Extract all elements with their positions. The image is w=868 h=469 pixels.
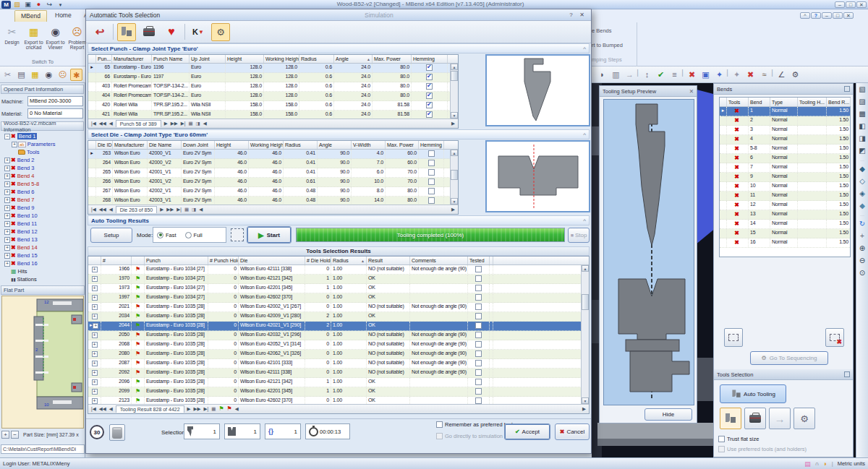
column-header-tested[interactable]: Tested [468, 257, 490, 264]
remove-tool-icon[interactable]: ✖ [686, 69, 698, 81]
remember-tools-checkbox[interactable] [436, 421, 443, 428]
expand-icon[interactable]: + [92, 389, 98, 395]
table-row[interactable]: 404Rolleri PromecamTOP.SP-134-2...Euro12… [88, 92, 458, 101]
sequence-settings-icon[interactable]: ⚙ [789, 69, 801, 81]
column-header-down-joint[interactable]: Down Joint [182, 141, 215, 149]
nav-next-button[interactable]: ▶ [158, 207, 165, 212]
table-row[interactable]: ✖15Normal1.50 [720, 229, 850, 238]
holders-selection-box[interactable]: {} 1 [265, 423, 301, 439]
column-header-radius[interactable]: Radius [299, 55, 334, 63]
mode-full-label[interactable]: Full [194, 232, 203, 238]
cut-icon[interactable]: ✂ [1, 69, 14, 81]
table-row[interactable]: ✖11Normal1.50 [720, 192, 850, 201]
column-header-pun[interactable]: Pun... [96, 55, 112, 63]
tooling-window-button[interactable] [724, 328, 743, 347]
table-row[interactable]: ✖10Normal1.50 [720, 182, 850, 192]
tested-checkbox[interactable] [475, 388, 482, 395]
table-row[interactable]: +2087⚑Eurostamp - Euro 1035 [28]0Wilson … [88, 359, 589, 369]
red-x-icon[interactable]: ✖ [734, 126, 739, 133]
tested-checkbox[interactable] [475, 360, 482, 366]
setup-button[interactable]: Setup [90, 228, 132, 243]
preview-panel-header[interactable]: Tooling Setup Preview ✕ [600, 86, 697, 97]
tested-checkbox[interactable] [475, 294, 482, 301]
tree-expand-icon[interactable]: + [4, 245, 10, 251]
column-header-punch[interactable]: Punch [145, 257, 208, 264]
table-row[interactable]: 265Wilson Euro42001_V1Euro 2V Sym46.046.… [88, 168, 458, 178]
tested-checkbox[interactable] [475, 313, 482, 319]
tree-item-bend-13[interactable]: +✖Bend 13 [3, 236, 85, 244]
tested-checkbox[interactable] [475, 332, 482, 338]
ribbon-item-bumping-steps[interactable]: mping Steps [592, 56, 637, 63]
record-icon[interactable]: ● [34, 1, 43, 9]
zoom-in-part-button[interactable]: + [1, 431, 9, 439]
hscroll-left[interactable]: ◀ [197, 207, 204, 212]
zoom-out-part-button[interactable]: − [11, 431, 19, 439]
table-row[interactable]: +1966⚑Eurostamp - Euro 1034 [27]0Wilson … [88, 265, 589, 275]
punch-selection-box[interactable]: 1 [184, 423, 220, 439]
tree-item-bend-3[interactable]: +✖Bend 3 [3, 164, 85, 172]
open-folder-icon[interactable]: ▨ [12, 1, 22, 9]
column-header-v-width[interactable]: V-Width [352, 141, 386, 149]
column-header-hemming[interactable]: Hemming [412, 55, 448, 63]
table-row[interactable]: +2092⚑Eurostamp - Euro 1035 [28]0Wilson … [88, 369, 589, 378]
column-header-type[interactable]: Type [770, 98, 798, 106]
print-icon[interactable]: ▤ [804, 460, 811, 468]
table-row[interactable]: +2021⚑Eurostamp - Euro 1035 [28]0Wilson … [88, 303, 589, 312]
tooling-dialog-icon[interactable]: ✱ [70, 69, 82, 81]
column-header-height[interactable]: Height [215, 141, 249, 149]
red-x-icon[interactable]: ✖ [734, 239, 739, 246]
iso-view-2-icon[interactable]: ◇ [858, 176, 867, 186]
toolbox-button[interactable] [140, 23, 158, 41]
nav-prev-page-button[interactable]: ◀◀ [98, 121, 108, 126]
tree-item-tools[interactable]: Tools [3, 148, 85, 156]
punch-section-header[interactable]: Select Punch - Clamp Joint Type 'Euro'^ [88, 43, 590, 53]
table-row[interactable]: +2099⚑Eurostamp - Euro 1035 [28]0Wilson … [88, 387, 589, 397]
flat-part-preview[interactable]: 12 10 2 [1, 296, 84, 429]
table-row[interactable]: ✖9Normal1.50 [720, 173, 850, 182]
table-row[interactable]: +1997⚑Eurostamp - Euro 1034 [27]0Wilson … [88, 293, 589, 303]
tree-expand-icon[interactable]: + [4, 189, 10, 195]
die-section-header[interactable]: Select Die - Clamp Joint Type 'Euro 60mm… [88, 129, 590, 139]
pin-icon[interactable] [844, 86, 850, 92]
table-row[interactable]: ✖2Normal1.50 [720, 116, 850, 126]
favorites-button[interactable]: ♥ [162, 23, 181, 41]
table-row[interactable]: 420Rolleri WilaTPR.SP.195.2...Wila NSII1… [88, 101, 458, 111]
move-tool-icon[interactable]: ✦ [713, 69, 726, 81]
column-header-up-joint[interactable]: Up Joint [190, 55, 226, 63]
column-header-col[interactable]: # [101, 257, 132, 264]
red-x-icon[interactable]: ✖ [734, 117, 739, 124]
table-row[interactable]: ✖13Normal1.50 [720, 210, 850, 220]
cube-back-icon[interactable]: ▨ [858, 97, 867, 106]
nav-prev-page-button[interactable]: ◀◀ [98, 406, 108, 412]
viewer-icon[interactable]: ◉ [43, 69, 55, 81]
collapse-chevron-icon[interactable]: ^ [583, 132, 586, 138]
nav-next-page-button[interactable]: ▶▶ [192, 406, 203, 412]
tree-item-bend-2[interactable]: +✖Bend 2 [3, 156, 85, 164]
dialog-close-button[interactable]: ✕ [576, 11, 587, 19]
mdi-restore-button[interactable]: □ [833, 12, 843, 19]
hemming-checkbox[interactable] [428, 178, 435, 185]
nav-next-button[interactable]: ▶ [186, 406, 192, 412]
tested-checkbox[interactable] [475, 379, 482, 385]
mdi-minimize-button[interactable]: – [822, 12, 832, 19]
tree-item-bend-12[interactable]: +✖Bend 12 [3, 228, 85, 236]
palette-icon[interactable]: ◗ [823, 460, 827, 468]
dialog-help-button[interactable]: ? [566, 11, 576, 19]
tested-checkbox[interactable] [475, 322, 482, 329]
tested-checkbox[interactable] [475, 266, 482, 272]
table-row[interactable]: 264Wilson Euro42000_V2Euro 2V Sym46.046.… [88, 159, 458, 168]
hscroll-left[interactable]: ◀ [202, 121, 208, 126]
ribbon-item-bumped[interactable]: rt to Bumped [592, 42, 637, 48]
table-row[interactable]: ▸✖1Normal1.50 [720, 107, 850, 116]
tab-home[interactable]: Home [49, 10, 77, 22]
apply-tools-button[interactable]: → [769, 408, 791, 429]
filter-icon[interactable]: ▦ [210, 406, 217, 412]
table-row[interactable]: ✖16Normal1.50 [720, 238, 850, 248]
hide-preview-button[interactable]: Hide [644, 408, 692, 421]
punch-die-tools-button[interactable] [720, 408, 741, 429]
expand-icon[interactable]: + [92, 398, 98, 404]
save-icon[interactable]: ▣ [23, 1, 33, 9]
cube-left-icon[interactable]: ▩ [858, 109, 867, 119]
tree-item-bend-10[interactable]: +✖Bend 10 [3, 212, 85, 220]
red-x-icon[interactable]: ✖ [734, 211, 739, 218]
